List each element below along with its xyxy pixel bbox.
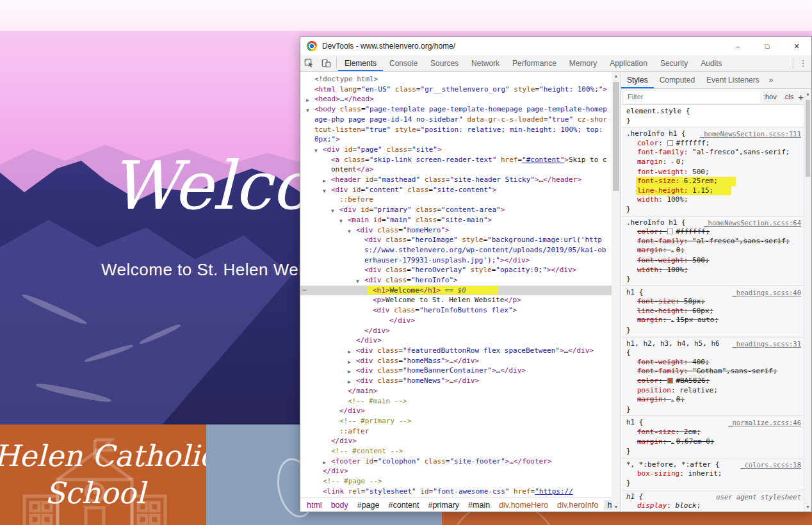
dom-tree-line[interactable]: <!doctype html> (300, 74, 612, 85)
css-source-link[interactable]: _homeNewsSection.scss:64 (704, 218, 801, 228)
scroll-down-icon[interactable]: ▼ (612, 503, 621, 512)
tab-computed[interactable]: Computed (654, 72, 701, 88)
breadcrumb-item[interactable]: #primary (428, 501, 459, 510)
scroll-up-icon[interactable]: ▲ (612, 72, 621, 81)
css-source-link[interactable]: _headings.scss:31 (733, 339, 801, 349)
tab-security[interactable]: Security (654, 55, 694, 71)
scrollbar-thumb[interactable] (806, 100, 810, 177)
css-property[interactable]: margin: ▸0.67em 0; (626, 437, 801, 448)
dom-tree-line[interactable]: </div> (300, 466, 612, 476)
dom-tree-line[interactable]: <!-- #main --> (300, 396, 612, 407)
tab-elements[interactable]: Elements (338, 55, 383, 71)
css-property[interactable]: font-family: "al-fresco",sans-serif; (626, 148, 801, 158)
dom-tree-line[interactable]: <div class="heroOverlay" style="opacity:… (300, 265, 612, 275)
css-property[interactable]: color: #BA5826; (626, 376, 801, 386)
css-property[interactable]: margin: ▸15px auto; (626, 316, 801, 326)
dom-tree-line[interactable]: <html lang="en-US" class="gr__sthelenver… (300, 85, 612, 95)
hover-state-toggle[interactable]: :hov (763, 93, 777, 101)
css-selector[interactable]: element.style { (626, 107, 690, 115)
css-property[interactable]: font-size: 6.25rem; (626, 177, 801, 186)
more-tabs-icon[interactable]: » (765, 72, 777, 88)
css-property[interactable]: position: relative; (626, 386, 801, 396)
elements-scrollbar[interactable]: ▲ ▼ (612, 72, 621, 512)
tab-application[interactable]: Application (603, 55, 654, 71)
dom-tree-line[interactable]: ▼<main id="main" class="site-main"> (300, 215, 612, 225)
css-property[interactable]: font-family: "Gotham",sans-serif; (626, 367, 801, 376)
css-property[interactable]: font-size: 2em; (626, 511, 801, 512)
dom-tree-line[interactable]: …<h1>Welcome</h1> == $0 (300, 286, 612, 296)
dom-tree-line[interactable]: ▼<div class="homeHero"> (300, 225, 612, 236)
dom-tree-line[interactable]: <!-- #content --> (300, 446, 612, 456)
more-options-icon[interactable]: ⋮ (795, 55, 811, 71)
css-selector[interactable]: *, *:before, *:after { (626, 460, 720, 469)
breadcrumb-item[interactable]: #main (468, 501, 490, 510)
css-property[interactable]: width: 100%; (626, 195, 801, 205)
breadcrumb-item[interactable]: #page (357, 501, 380, 510)
css-source-link[interactable]: _headings.scss:40 (733, 288, 801, 298)
css-property[interactable]: display: block; (626, 501, 801, 511)
css-source-link[interactable]: _normalize.scss:46 (728, 418, 801, 428)
tab-audits[interactable]: Audits (694, 55, 728, 71)
dom-tree-line[interactable]: <!-- #primary --> (300, 416, 612, 426)
maximize-button[interactable]: □ (752, 37, 782, 55)
more-actions-icon[interactable]: … (302, 284, 307, 294)
dom-tree-line[interactable]: <a class="skip-link screen-reader-text" … (300, 155, 612, 175)
dom-tree-line[interactable]: ::before (300, 195, 612, 205)
dom-tree-line[interactable]: ▼<body class="page-template page-templat… (300, 104, 612, 145)
minimize-button[interactable]: – (723, 37, 752, 55)
css-property[interactable]: margin: ▸0; (626, 246, 801, 256)
inspect-element-icon[interactable] (300, 55, 318, 71)
collapse-arrow-icon[interactable]: ▼ (306, 106, 309, 116)
breadcrumb-item[interactable]: div.homeHero (499, 501, 548, 510)
tab-styles[interactable]: Styles (621, 72, 654, 88)
css-property[interactable]: color: #ffffff; (626, 139, 801, 149)
scrollbar-thumb[interactable] (613, 82, 619, 191)
css-property[interactable]: margin: ▸0; (626, 395, 801, 405)
scroll-up-icon[interactable]: ▲ (804, 90, 811, 99)
dom-tree-line[interactable]: <link rel="stylesheet" id="font-awesome-… (300, 487, 612, 497)
breadcrumb-item[interactable]: html (307, 501, 322, 510)
tab-memory[interactable]: Memory (563, 55, 603, 71)
css-property[interactable]: margin: ▸0; (626, 158, 801, 168)
school-card[interactable]: Helen Catholic School (0, 424, 206, 525)
css-selector[interactable]: h1 { (626, 492, 644, 501)
css-property[interactable]: font-size: 50px; (626, 297, 801, 307)
css-selector[interactable]: .heroInfo h1 { (626, 129, 686, 138)
tab-network[interactable]: Network (465, 55, 506, 71)
device-toolbar-icon[interactable] (318, 55, 335, 71)
close-button[interactable]: ✕ (782, 37, 811, 55)
dom-tree-line[interactable]: ▶<div class="homeBannerContainer">…</div… (300, 366, 612, 376)
dom-tree-line[interactable]: ▶<div class="homeNews">…</div> (300, 376, 612, 386)
css-property[interactable]: font-family: "al-fresco",sans-serif; (626, 237, 801, 246)
css-source-link[interactable]: _homeNewsSection.scss:111 (700, 129, 801, 139)
css-property[interactable]: color: #ffffff; (626, 227, 801, 237)
css-selector[interactable]: h1, h2, h3, h4, h5, h6 (626, 339, 720, 348)
css-selector[interactable]: h1 { (626, 288, 644, 296)
breadcrumb-item[interactable]: body (331, 501, 348, 510)
dom-tree-line[interactable]: ▶<div class="homeMass">…</div> (300, 356, 612, 366)
css-property[interactable]: box-sizing: inherit; (626, 469, 801, 479)
dom-tree-line[interactable]: </main> (300, 386, 612, 396)
dom-tree-line[interactable]: ▼<div id="primary" class="content-area"> (300, 205, 612, 215)
tab-sources[interactable]: Sources (424, 55, 465, 71)
css-source-link[interactable]: user agent stylesheet (716, 492, 801, 502)
dom-tree-line[interactable]: ▶<head>…</head> (300, 94, 612, 104)
dom-tree-line[interactable]: ▼<div id="page" class="site"> (300, 145, 612, 155)
dom-tree-line[interactable]: ▼<div id="content" class="site-content"> (300, 185, 612, 195)
tab-console[interactable]: Console (383, 55, 424, 71)
css-property[interactable]: line-height: 1.15; (626, 186, 801, 196)
dom-tree-line[interactable]: </div> (300, 316, 612, 326)
css-property[interactable]: font-weight: 500; (626, 168, 801, 177)
class-toggle[interactable]: .cls (783, 93, 794, 101)
dom-tree-line[interactable]: <div class="heroImage" style="background… (300, 235, 612, 265)
dom-tree-line[interactable]: <div class="heroInfoButtons flex"> (300, 305, 612, 316)
css-property[interactable]: line-height: 60px; (626, 307, 801, 316)
styles-filter-input[interactable] (624, 91, 760, 103)
css-property[interactable]: width: 100%; (626, 266, 801, 275)
dom-tree-line[interactable]: </div> (300, 406, 612, 416)
dom-tree-line[interactable]: <!-- #page --> (300, 476, 612, 487)
dom-tree-line[interactable]: <p>Welcome to St. Helen Website</p> (300, 295, 612, 305)
styles-scrollbar[interactable]: ▲ ▼ (804, 90, 811, 512)
dom-tree-line[interactable]: ▶<header id="masthead" class="site-heade… (300, 175, 612, 185)
css-source-link[interactable]: _colors.scss:18 (740, 460, 801, 470)
